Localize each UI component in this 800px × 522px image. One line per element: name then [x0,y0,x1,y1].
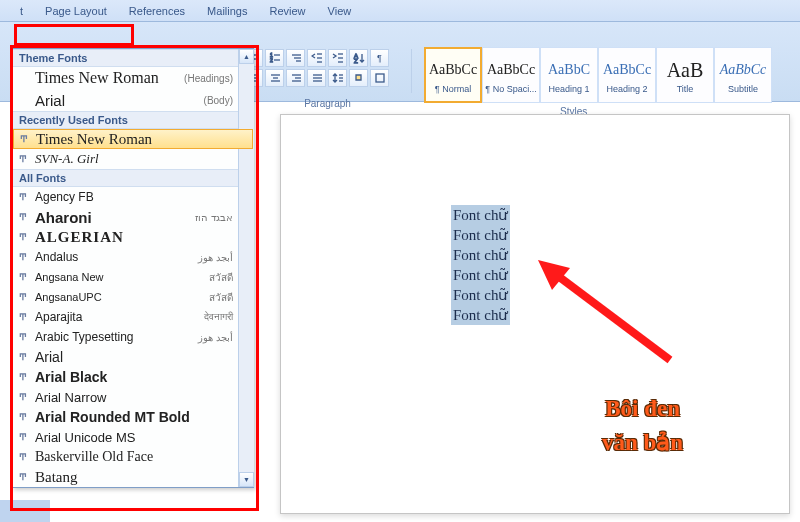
font-option-name: Arial [35,92,204,109]
annotation-text: Bôi đen văn bản [602,392,683,460]
bucket-icon [353,72,365,84]
selected-line[interactable]: Font chữ [451,265,510,285]
truetype-icon: Ͳ [19,452,35,462]
font-option[interactable]: ͲAngsana Newสวัสดี [13,267,253,287]
show-marks-button[interactable]: ¶ [370,49,389,67]
truetype-icon: Ͳ [19,232,35,242]
style-label: ¶ Normal [435,84,471,94]
style-item-heading-1[interactable]: AaBbCHeading 1 [540,47,598,103]
font-option-sample: אבגד הוז [195,212,247,223]
font-option-name: Aharoni [35,209,195,226]
increase-indent-button[interactable] [328,49,347,67]
selected-line[interactable]: Font chữ [451,205,510,225]
font-option[interactable]: Times New Roman(Headings) [13,67,253,89]
status-strip [0,500,50,522]
font-option[interactable]: ͲAndalusأبجد هوز [13,247,253,267]
style-preview: AaBbC [548,56,590,84]
borders-button[interactable] [370,69,389,87]
indent-icon [332,52,344,64]
svg-text:2: 2 [270,57,273,63]
font-option-hint: (Body) [204,95,247,106]
font-option[interactable]: ͲArial Rounded MT Bold [13,407,253,427]
styles-gallery: AaBbCc¶ NormalAaBbCc¶ No Spaci...AaBbCHe… [424,47,772,103]
truetype-icon: Ͳ [19,372,35,382]
selected-line[interactable]: Font chữ [451,305,510,325]
truetype-icon: Ͳ [19,352,35,362]
numbering-button[interactable]: 12 [265,49,284,67]
line-spacing-button[interactable] [328,69,347,87]
font-option-name: Arial Unicode MS [35,430,247,445]
multilevel-list-button[interactable] [286,49,305,67]
truetype-icon: Ͳ [20,134,36,144]
truetype-icon: Ͳ [19,432,35,442]
justify-icon [311,72,323,84]
font-option-name: Arial Black [35,369,247,385]
font-option[interactable]: ͲAharoniאבגד הוז [13,207,253,227]
tab-mailings[interactable]: Mailings [207,5,247,17]
font-option[interactable]: Arial(Body) [13,89,253,111]
justify-button[interactable] [307,69,326,87]
font-option[interactable]: ͲBatang [13,467,253,487]
font-option[interactable]: ͲArabic Typesettingأبجد هوز [13,327,253,347]
truetype-icon: Ͳ [19,412,35,422]
sort-button[interactable]: AZ [349,49,368,67]
style-item-heading-2[interactable]: AaBbCcHeading 2 [598,47,656,103]
font-option-name: ALGERIAN [35,229,247,246]
font-option[interactable]: ͲTimes New Roman [13,129,253,149]
font-option[interactable]: ͲAngsanaUPCสวัสดี [13,287,253,307]
style-preview: AaBbCc [603,56,651,84]
font-option[interactable]: ͲArial [13,347,253,367]
shading-button[interactable] [349,69,368,87]
font-option-name: SVN-A. Girl [35,151,247,167]
document-page[interactable]: Font chữFont chữFont chữFont chữFont chữ… [280,114,790,514]
truetype-icon: Ͳ [19,392,35,402]
style-preview: AaB [667,56,704,84]
selected-text-block[interactable]: Font chữFont chữFont chữFont chữFont chữ… [451,205,510,325]
font-option[interactable]: ͲArial Unicode MS [13,427,253,447]
truetype-icon: Ͳ [19,272,35,282]
font-option[interactable]: ͲALGERIAN [13,227,253,247]
style-label: ¶ No Spaci... [485,84,536,94]
font-option[interactable]: ͲBaskerville Old Face [13,447,253,467]
style-item-subtitle[interactable]: AaBbCcSubtitle [714,47,772,103]
tab-review[interactable]: Review [269,5,305,17]
font-option-name: Andalus [35,250,198,264]
truetype-icon: Ͳ [19,212,35,222]
align-right-button[interactable] [286,69,305,87]
font-option-name: Times New Roman [35,69,184,87]
truetype-icon: Ͳ [19,292,35,302]
tab-page-layout[interactable]: Page Layout [45,5,107,17]
tab-view[interactable]: View [328,5,352,17]
style-item-title[interactable]: AaBTitle [656,47,714,103]
style-preview: AaBbCc [429,56,477,84]
font-option-name: Arial Narrow [35,390,247,405]
style-label: Subtitle [728,84,758,94]
numbering-icon: 12 [269,52,281,64]
font-option-name: AngsanaUPC [35,291,209,303]
dropdown-section-header: Theme Fonts [13,49,253,67]
font-option[interactable]: ͲArial Narrow [13,387,253,407]
font-option-name: Arial Rounded MT Bold [35,409,247,425]
font-option[interactable]: ͲSVN-A. Girl [13,149,253,169]
align-center-button[interactable] [265,69,284,87]
tab-partial[interactable]: t [20,5,23,17]
selected-line[interactable]: Font chữ [451,245,510,265]
truetype-icon: Ͳ [19,252,35,262]
selected-line[interactable]: Font chữ [451,285,510,305]
truetype-icon: Ͳ [19,472,35,482]
font-option-name: Arial [35,349,247,365]
tab-references[interactable]: References [129,5,185,17]
annotation-line1: Bôi đen [602,392,683,426]
font-option[interactable]: ͲAparajitaदेवनागरी [13,307,253,327]
scroll-up-arrow[interactable]: ▲ [239,49,254,64]
style-item--normal[interactable]: AaBbCc¶ Normal [424,47,482,103]
align-right-icon [290,72,302,84]
decrease-indent-button[interactable] [307,49,326,67]
font-option-name: Times New Roman [36,131,246,148]
font-option[interactable]: ͲArial Black [13,367,253,387]
line-spacing-icon [332,72,344,84]
selected-line[interactable]: Font chữ [451,225,510,245]
style-item--no-spaci-[interactable]: AaBbCc¶ No Spaci... [482,47,540,103]
font-option-name: Aparajita [35,310,204,324]
font-option[interactable]: ͲAgency FB [13,187,253,207]
